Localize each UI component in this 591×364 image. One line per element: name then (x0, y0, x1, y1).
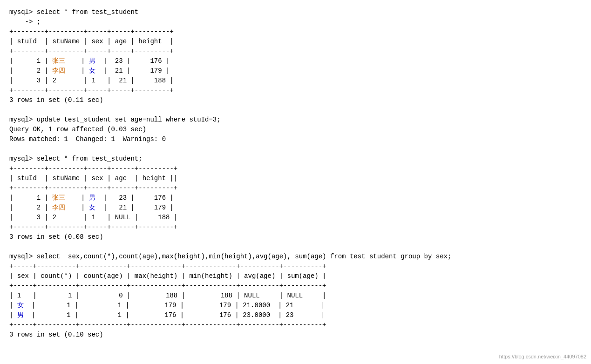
line-34: 3 rows in set (0.10 sec) (9, 330, 582, 340)
line-1: mysql> select * from test_student (9, 7, 582, 17)
line-2: -> ; (9, 17, 582, 27)
line-24: 3 rows in set (0.08 sec) (9, 232, 582, 242)
line-21: | 2 | 李四 | 女 | 21 | 179 | (9, 203, 582, 213)
line-7: | 2 | 李四 | 女 | 21 | 179 | (9, 66, 582, 76)
line-blank-1 (9, 105, 582, 115)
line-32: | 男 | 1 | 1 | 176 | 176 | 23.0000 | 23 | (9, 310, 582, 320)
line-13: Query OK, 1 row affected (0.03 sec) (9, 125, 582, 135)
line-27: +-----+----------+------------+---------… (9, 262, 582, 271)
line-17: +--------+---------+-----+------+-------… (9, 164, 582, 174)
line-blank-2 (9, 144, 582, 154)
terminal-output: mysql> select * from test_student -> ; +… (9, 7, 582, 340)
line-23: +--------+---------+-----+------+-------… (9, 222, 582, 232)
line-19: +--------+---------+-----+------+-------… (9, 183, 582, 193)
line-6: | 1 | 张三 | 男 | 23 | 176 | (9, 56, 582, 66)
line-3: +--------+---------+-----+-----+--------… (9, 27, 582, 37)
line-31: | 女 | 1 | 1 | 179 | 179 | 21.0000 | 21 | (9, 301, 582, 310)
line-16: mysql> select * from test_student; (9, 154, 582, 164)
line-5: +--------+---------+-----+-----+--------… (9, 47, 582, 56)
line-30: | 1 | 1 | 0 | 188 | 188 | NULL | NULL | (9, 291, 582, 301)
watermark: https://blog.csdn.net/weixin_44097082 (499, 354, 586, 359)
line-18: | stuId | stuName | sex | age | height |… (9, 174, 582, 183)
line-8: | 3 | 2 | 1 | 21 | 188 | (9, 76, 582, 86)
line-12: mysql> update test_student set age=null … (9, 115, 582, 125)
line-33: +-----+----------+------------+---------… (9, 320, 582, 330)
line-4: | stuId | stuName | sex | age | height | (9, 37, 582, 47)
line-blank-3 (9, 242, 582, 252)
line-20: | 1 | 张三 | 男 | 23 | 176 | (9, 193, 582, 203)
line-26: mysql> select sex,count(*),count(age),ma… (9, 252, 582, 262)
line-14: Rows matched: 1 Changed: 1 Warnings: 0 (9, 135, 582, 144)
line-29: +-----+----------+------------+---------… (9, 281, 582, 291)
line-22: | 3 | 2 | 1 | NULL | 188 | (9, 213, 582, 222)
line-10: 3 rows in set (0.11 sec) (9, 95, 582, 105)
line-28: | sex | count(*) | count(age) | max(heig… (9, 271, 582, 281)
line-9: +--------+---------+-----+-----+--------… (9, 86, 582, 95)
